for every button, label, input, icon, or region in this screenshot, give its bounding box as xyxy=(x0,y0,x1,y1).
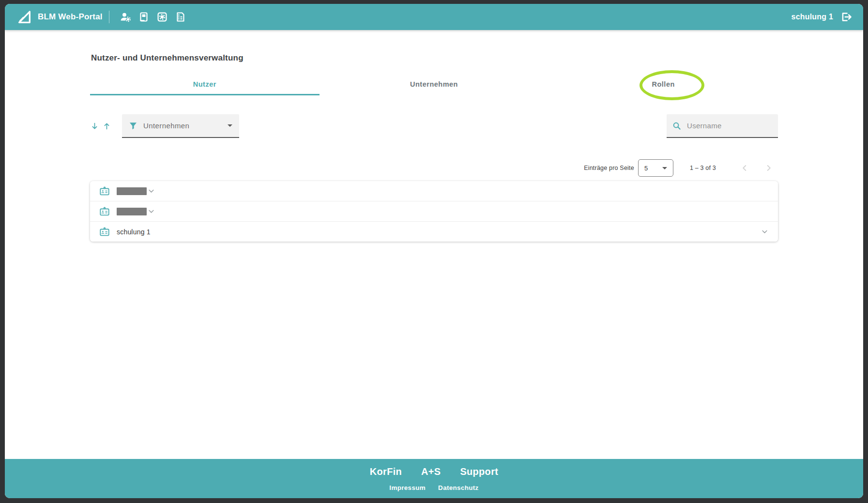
per-page-value: 5 xyxy=(644,165,662,172)
tab-nutzer[interactable]: Nutzer xyxy=(90,80,320,95)
range-label: 1 – 3 of 3 xyxy=(690,165,716,171)
per-page-label: Einträge pro Seite xyxy=(584,165,634,171)
footer-link-korfin[interactable]: KorFin xyxy=(370,466,402,477)
username-label xyxy=(117,208,147,215)
filter-icon xyxy=(129,122,137,130)
username-label: schulung 1 xyxy=(117,228,760,236)
footer-link-datenschutz[interactable]: Datenschutz xyxy=(438,484,479,491)
app-header: BLM Web-Portal xyxy=(5,4,863,30)
app-window: BLM Web-Portal xyxy=(5,4,863,498)
per-page-select[interactable]: 5 xyxy=(638,159,673,177)
app-settings-icon[interactable] xyxy=(156,11,168,23)
filter-company-select[interactable]: Unternehmen xyxy=(122,114,239,138)
badge-icon xyxy=(99,206,110,217)
tab-unternehmen[interactable]: Unternehmen xyxy=(320,80,549,95)
sort-controls xyxy=(90,114,111,138)
search-input[interactable] xyxy=(686,121,772,130)
chevron-left-icon[interactable] xyxy=(739,163,750,173)
logout-icon[interactable] xyxy=(840,11,853,23)
user-management-icon[interactable] xyxy=(120,11,131,23)
badge-icon xyxy=(99,186,110,197)
search-icon xyxy=(672,122,681,130)
tab-rollen[interactable]: Rollen xyxy=(548,80,778,95)
username-search xyxy=(667,114,778,138)
header-nav xyxy=(116,11,190,23)
user-row[interactable] xyxy=(90,181,778,201)
badge-icon xyxy=(99,227,110,237)
app-footer: KorFin A+S Support Impressum Datenschutz xyxy=(5,459,863,498)
main-content: Nutzer- und Unternehmensverwaltung Nutze… xyxy=(5,30,863,459)
report-icon[interactable] xyxy=(175,11,186,23)
user-row[interactable] xyxy=(90,201,778,221)
legal-links: Impressum Datenschutz xyxy=(389,484,478,491)
chevron-down-icon[interactable] xyxy=(147,186,156,196)
tab-bar: Nutzer Unternehmen Rollen xyxy=(90,80,778,95)
header-divider xyxy=(109,11,109,23)
user-row[interactable]: schulung 1 xyxy=(90,221,778,242)
app-title: BLM Web-Portal xyxy=(38,12,103,22)
page-title: Nutzer- und Unternehmensverwaltung xyxy=(91,53,778,63)
pagination-bar: Einträge pro Seite 5 1 – 3 of 3 xyxy=(90,159,778,177)
chevron-down-icon[interactable] xyxy=(760,227,769,236)
footer-link-as[interactable]: A+S xyxy=(421,466,441,477)
blm-logo-icon xyxy=(15,8,33,26)
filter-select-value: Unternehmen xyxy=(143,122,228,130)
username-label xyxy=(117,187,147,195)
footer-links: KorFin A+S Support xyxy=(370,466,498,477)
sort-descending-icon[interactable] xyxy=(90,122,99,131)
chevron-right-icon[interactable] xyxy=(763,163,774,173)
user-list: schulung 1 xyxy=(90,181,778,242)
caret-down-icon xyxy=(662,167,667,169)
current-user-label: schulung 1 xyxy=(792,13,833,21)
sort-ascending-icon[interactable] xyxy=(102,122,111,131)
list-toolbar: Unternehmen xyxy=(90,114,778,138)
journal-icon[interactable] xyxy=(138,11,150,23)
caret-down-icon xyxy=(228,124,232,127)
footer-link-impressum[interactable]: Impressum xyxy=(389,484,426,491)
chevron-down-icon[interactable] xyxy=(147,207,156,216)
footer-link-support[interactable]: Support xyxy=(460,466,498,477)
